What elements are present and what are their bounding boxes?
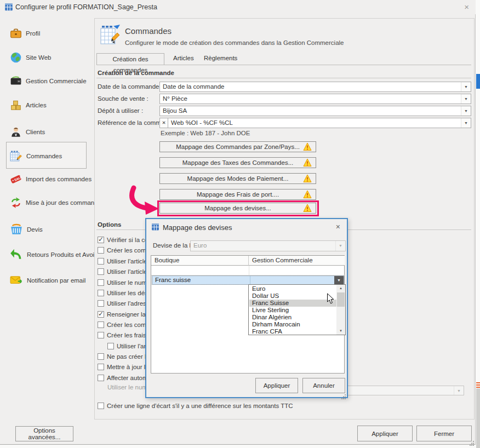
window-close-icon[interactable]: × xyxy=(464,2,469,12)
close-button[interactable]: Fermer xyxy=(416,426,472,441)
button-label: Mappage des Commandes par Zone/Pays... xyxy=(176,143,300,150)
checkbox[interactable] xyxy=(98,300,104,307)
orders-grid-icon xyxy=(10,150,22,163)
dropdown-toggle-button[interactable]: ▼ xyxy=(334,276,344,284)
souche-vente-select[interactable]: N° Pièce ▼ xyxy=(159,94,471,104)
checkbox[interactable] xyxy=(98,321,104,328)
sidebar-item-notification-email[interactable]: Notification par email xyxy=(10,273,85,288)
chevron-down-icon[interactable]: ▼ xyxy=(461,94,471,104)
column-divider xyxy=(249,266,249,275)
reference-commande-value: Web %OI - %CF %CL xyxy=(171,119,233,126)
devise-boutique-select: Euro ▼ xyxy=(190,240,346,251)
checkbox[interactable] xyxy=(98,258,104,265)
devise-boutique-value: Euro xyxy=(193,242,207,249)
column-header-boutique: Boutique xyxy=(151,256,249,266)
scroll-down-icon[interactable]: ▼ xyxy=(336,328,345,335)
tab-creation-des-commandes[interactable]: Création des commandes xyxy=(96,53,164,65)
tab-articles[interactable]: Articles xyxy=(173,55,194,61)
sidebar-item-label: Mise à jour des commandes xyxy=(26,199,105,206)
window-resize-grip[interactable] xyxy=(469,438,475,444)
mappage-modes-paiement-button[interactable]: Mappage des Modes de Paiement... xyxy=(159,173,316,184)
mappage-frais-port-button[interactable]: Mappage des Frais de port.... xyxy=(159,189,316,200)
return-arrow-icon xyxy=(10,248,23,261)
dialog-apply-button[interactable]: Appliquer xyxy=(255,378,298,393)
checkbox[interactable] xyxy=(107,343,114,349)
tab-reglements[interactable]: Règlements xyxy=(204,55,237,61)
app-icon xyxy=(4,3,13,14)
sidebar-item-label: Retours Produits et Avoirs xyxy=(27,251,100,258)
checkbox[interactable] xyxy=(98,237,104,243)
window-title: Configurer le profil FORMATION_Sage_Pres… xyxy=(15,3,157,11)
checkbox[interactable] xyxy=(98,290,104,296)
souche-vente-value: N° Pièce xyxy=(163,95,187,102)
background-scrollbar-blue xyxy=(476,74,480,89)
mappage-taxes-button[interactable]: Mappage des Taxes des Commandes... xyxy=(159,157,316,168)
mappage-zone-pays-button[interactable]: Mappage des Commandes par Zone/Pays... xyxy=(159,141,316,152)
dropdown-option[interactable]: Livre Sterling xyxy=(249,307,339,314)
sidebar-item-devis[interactable]: Devis xyxy=(10,222,43,237)
configure-profile-window: Configurer le profil FORMATION_Sage_Pres… xyxy=(0,0,476,445)
dialog-resize-grip[interactable] xyxy=(341,392,346,397)
dropdown-option[interactable]: Dollar US xyxy=(249,292,339,300)
checkbox[interactable] xyxy=(98,279,104,286)
sidebar-item-import-commandes[interactable]: SALE Import des commandes xyxy=(10,172,92,186)
depot-select[interactable]: Bijou SA ▼ xyxy=(159,106,471,116)
checkbox[interactable] xyxy=(98,268,104,275)
field-label-date: Date de la commande : xyxy=(98,83,163,90)
apply-button[interactable]: Appliquer xyxy=(357,426,413,441)
scrollbar-thumb[interactable] xyxy=(337,292,345,307)
background-orange-element xyxy=(476,382,480,388)
table-row-franc-suisse[interactable]: Franc suisse ▼ xyxy=(152,275,344,285)
checkbox[interactable] xyxy=(98,375,104,381)
dropdown-option[interactable]: Dirham Marocain xyxy=(249,321,339,328)
chevron-down-icon[interactable]: ▼ xyxy=(461,106,471,116)
empty-table-row[interactable] xyxy=(151,266,345,275)
sidebar-item-articles[interactable]: Articles xyxy=(10,98,47,112)
section-title-options: Options xyxy=(98,221,121,228)
field-label-souche: Souche de vente : xyxy=(98,95,148,102)
dialog-title: Mappage des devises xyxy=(163,223,232,232)
date-commande-value: Date de la commande xyxy=(163,83,225,90)
column-header-gestion-commerciale: Gestion Commerciale xyxy=(249,256,345,266)
sidebar-item-clients[interactable]: Clients xyxy=(10,125,45,139)
currency-dropdown-list: Euro Dollar US Franc Suisse Livre Sterli… xyxy=(248,284,346,335)
chevron-down-icon[interactable]: ▼ xyxy=(461,118,471,128)
chevron-down-icon[interactable]: ▼ xyxy=(461,82,471,91)
button-label: Mappage des devises... xyxy=(204,205,271,211)
checkbox[interactable] xyxy=(98,364,104,370)
date-commande-select[interactable]: Date de la commande ▼ xyxy=(159,82,471,92)
boxes-icon xyxy=(10,99,22,111)
dropdown-option[interactable]: Euro xyxy=(249,285,339,292)
sidebar-item-profil[interactable]: Profil xyxy=(10,26,40,41)
sidebar-item-commandes[interactable]: Commandes xyxy=(10,149,62,163)
chevron-down-icon: ▼ xyxy=(454,386,464,395)
checkbox[interactable] xyxy=(98,353,104,360)
dropdown-option[interactable]: Franc CFA xyxy=(249,328,339,335)
sync-arrows-icon xyxy=(10,197,22,209)
dropdown-option[interactable]: Franc Suisse xyxy=(249,300,339,307)
checkbox[interactable] xyxy=(98,403,104,409)
background-window-edge xyxy=(476,0,480,448)
button-label: Mappage des Taxes des Commandes... xyxy=(182,159,293,166)
mappage-devises-button[interactable]: Mappage des devises... xyxy=(159,203,316,214)
clear-field-icon[interactable]: ✕ xyxy=(160,118,168,128)
scroll-up-icon[interactable]: ▲ xyxy=(336,285,345,292)
checkbox[interactable] xyxy=(98,311,104,318)
dropdown-option[interactable]: Dinar Algérien xyxy=(249,314,339,321)
dialog-close-icon[interactable]: × xyxy=(336,222,340,231)
warning-icon xyxy=(303,190,312,202)
advanced-options-button[interactable]: Options avancées... xyxy=(15,426,73,441)
option-checkbox-row[interactable]: Affecter automat xyxy=(98,374,153,382)
reference-commande-input[interactable]: ✕ Web %OI - %CF %CL ▼ xyxy=(159,118,471,128)
sidebar-item-gestion-commerciale[interactable]: Gestion Commerciale xyxy=(10,74,87,88)
sidebar-item-mise-a-jour[interactable]: Mise à jour des commandes xyxy=(10,196,105,210)
option-checkbox-row[interactable]: Créer une ligne d'écart s'il y a une dif… xyxy=(98,401,293,410)
checkbox[interactable] xyxy=(98,247,104,254)
sidebar-item-retours[interactable]: Retours Produits et Avoirs xyxy=(10,248,100,262)
dialog-cancel-button[interactable]: Annuler xyxy=(302,378,345,393)
depot-value: Bijou SA xyxy=(163,107,187,114)
checkbox[interactable] xyxy=(98,332,104,338)
window-titlebar[interactable]: Configurer le profil FORMATION_Sage_Pres… xyxy=(0,0,476,14)
dropdown-scrollbar[interactable]: ▲ ▼ xyxy=(336,285,345,335)
sidebar-item-site-web[interactable]: Site Web xyxy=(10,50,51,65)
